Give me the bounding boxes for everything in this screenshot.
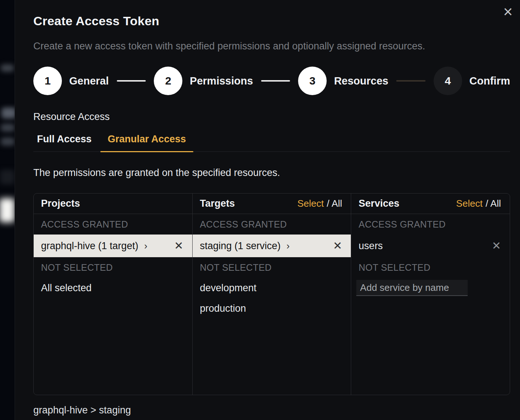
background-blur-item bbox=[0, 170, 15, 184]
stepper: 1 General 2 Permissions 3 Resources 4 Co… bbox=[33, 67, 510, 95]
resource-access-label: Resource Access bbox=[33, 111, 510, 123]
background-blur-text bbox=[1, 108, 16, 119]
services-access-granted-label: ACCESS GRANTED bbox=[351, 214, 510, 235]
step-resources[interactable]: 3 Resources bbox=[298, 67, 388, 95]
step-number-circle: 2 bbox=[154, 67, 182, 95]
projects-all-selected-note: All selected bbox=[34, 278, 192, 298]
services-not-selected-label: NOT SELECTED bbox=[351, 257, 510, 278]
background-blur-item bbox=[1, 64, 14, 72]
step-connector bbox=[396, 80, 425, 82]
target-row-staging[interactable]: staging (1 service) › ✕ bbox=[193, 235, 351, 257]
close-icon[interactable]: × bbox=[500, 2, 516, 21]
projects-access-granted-label: ACCESS GRANTED bbox=[34, 214, 192, 235]
projects-column-header: Projects bbox=[34, 194, 192, 214]
targets-select-link[interactable]: Select bbox=[297, 198, 324, 209]
targets-select-all[interactable]: Select/All bbox=[297, 198, 342, 209]
step-number-circle: 1 bbox=[33, 67, 62, 95]
background-blur-text bbox=[1, 138, 15, 146]
project-row-graphql-hive[interactable]: graphql-hive (1 target) › ✕ bbox=[34, 235, 192, 257]
services-all-link[interactable]: All bbox=[490, 198, 501, 209]
create-access-token-dialog: × Create Access Token Create a new acces… bbox=[15, 0, 520, 420]
step-label: Confirm bbox=[469, 75, 510, 87]
service-row-label: users bbox=[359, 240, 383, 252]
step-connector bbox=[261, 80, 290, 82]
targets-all-link[interactable]: All bbox=[331, 198, 342, 209]
targets-access-granted-label: ACCESS GRANTED bbox=[193, 214, 351, 235]
targets-title: Targets bbox=[200, 198, 235, 209]
step-connector bbox=[117, 80, 146, 82]
step-label: Resources bbox=[334, 75, 388, 87]
services-title: Services bbox=[359, 198, 399, 209]
services-select-link[interactable]: Select bbox=[456, 198, 483, 209]
targets-column: Targets Select/All ACCESS GRANTED stagin… bbox=[193, 194, 352, 395]
resource-selector: Projects ACCESS GRANTED graphql-hive (1 … bbox=[33, 193, 510, 395]
step-label: Permissions bbox=[190, 75, 253, 87]
granular-access-description: The permissions are granted on the speci… bbox=[33, 167, 510, 179]
projects-not-selected-label: NOT SELECTED bbox=[34, 257, 192, 278]
background-blur-button bbox=[0, 198, 15, 222]
step-number-circle: 3 bbox=[298, 67, 327, 95]
breadcrumb: graphql-hive > staging bbox=[33, 405, 510, 416]
dialog-title: Create Access Token bbox=[33, 14, 510, 28]
target-row-label: staging (1 service) bbox=[200, 240, 281, 252]
targets-not-selected-label: NOT SELECTED bbox=[193, 257, 351, 278]
projects-column: Projects ACCESS GRANTED graphql-hive (1 … bbox=[34, 194, 193, 395]
step-label: General bbox=[69, 75, 109, 87]
chevron-right-icon: › bbox=[144, 241, 148, 251]
service-row-users: users ✕ bbox=[351, 235, 510, 257]
dialog-subtitle: Create a new access token with specified… bbox=[33, 41, 510, 52]
remove-target-icon[interactable]: ✕ bbox=[333, 240, 342, 251]
step-number-circle: 4 bbox=[434, 67, 462, 95]
step-permissions[interactable]: 2 Permissions bbox=[154, 67, 253, 95]
services-column: Services Select/All ACCESS GRANTED users… bbox=[351, 194, 510, 395]
background-blur-text bbox=[1, 124, 15, 132]
tab-full-access[interactable]: Full Access bbox=[33, 134, 95, 151]
tab-granular-access[interactable]: Granular Access bbox=[104, 134, 190, 151]
remove-project-icon[interactable]: ✕ bbox=[174, 240, 183, 251]
project-row-label: graphql-hive (1 target) bbox=[41, 240, 138, 252]
services-column-header: Services Select/All bbox=[351, 194, 510, 214]
step-confirm[interactable]: 4 Confirm bbox=[434, 67, 510, 95]
target-option-development[interactable]: development bbox=[193, 278, 351, 298]
step-general[interactable]: 1 General bbox=[33, 67, 109, 95]
target-option-production[interactable]: production bbox=[193, 298, 351, 319]
services-select-all[interactable]: Select/All bbox=[456, 198, 501, 209]
remove-service-icon[interactable]: ✕ bbox=[492, 240, 501, 251]
chevron-right-icon: › bbox=[286, 241, 290, 251]
projects-title: Projects bbox=[41, 198, 80, 209]
targets-column-header: Targets Select/All bbox=[193, 194, 351, 214]
resource-access-tabs: Full Access Granular Access bbox=[33, 134, 510, 152]
add-service-input[interactable] bbox=[356, 280, 468, 296]
